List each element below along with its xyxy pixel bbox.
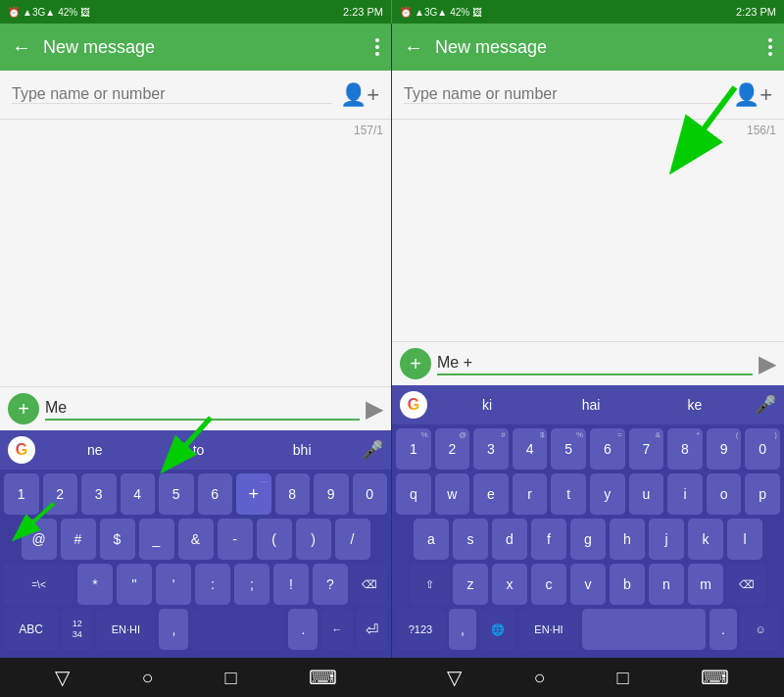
key-open-paren[interactable]: (	[257, 519, 292, 560]
contact-add-icon-left[interactable]: 👤+	[340, 82, 379, 108]
rkey-l[interactable]: l	[727, 519, 762, 560]
key-return[interactable]: ⏎	[357, 609, 387, 650]
message-text-input-left[interactable]	[45, 397, 360, 421]
key-star[interactable]: *	[77, 564, 113, 605]
suggestion-hai[interactable]: hai	[539, 397, 643, 413]
key-1[interactable]: 1	[4, 473, 39, 515]
rkey-v[interactable]: v	[570, 564, 606, 605]
rkey-g[interactable]: g	[570, 519, 606, 560]
key-squote[interactable]: '	[156, 564, 191, 605]
key-semicolon[interactable]: ;	[234, 564, 270, 605]
rkey-q[interactable]: q	[396, 473, 431, 515]
key-ampersand[interactable]: &	[178, 519, 214, 560]
key-question[interactable]: ?	[313, 564, 348, 605]
rkey-7[interactable]: 7&	[629, 428, 664, 470]
nav-recents-right[interactable]: □	[616, 667, 628, 689]
key-slash[interactable]: /	[335, 519, 370, 560]
key-period-left[interactable]: .	[288, 609, 318, 650]
key-en-hi-left[interactable]: EN·HI	[96, 609, 155, 650]
to-input-right[interactable]	[404, 85, 725, 104]
back-button-left[interactable]: ←	[12, 36, 31, 59]
suggestion-ki[interactable]: ki	[435, 397, 539, 413]
rkey-emoji[interactable]: ☺	[741, 609, 780, 650]
rkey-o[interactable]: o	[707, 473, 742, 515]
rkey-s[interactable]: s	[453, 519, 488, 560]
key-backspace-left[interactable]: ⌫	[352, 564, 387, 605]
nav-home-right[interactable]: ○	[533, 667, 545, 689]
rkey-shift[interactable]: ⇧	[410, 564, 449, 605]
rkey-j[interactable]: j	[649, 519, 684, 560]
rkey-z[interactable]: z	[453, 564, 488, 605]
suggestion-ke[interactable]: ke	[643, 397, 747, 413]
suggestion-to[interactable]: to	[147, 442, 251, 458]
key-hash[interactable]: #	[61, 519, 96, 560]
mic-icon-right[interactable]: 🎤	[755, 394, 776, 416]
key-backspace2[interactable]: ←	[321, 609, 352, 650]
add-button-right[interactable]: +	[400, 348, 431, 379]
key-underscore[interactable]: _	[139, 519, 174, 560]
nav-keyboard-left[interactable]: ⌨	[309, 666, 337, 689]
rkey-h[interactable]: h	[610, 519, 645, 560]
rkey-x[interactable]: x	[492, 564, 527, 605]
message-text-input-right[interactable]	[437, 352, 753, 375]
key-dollar[interactable]: $	[100, 519, 135, 560]
key-pipe[interactable]: =\<	[4, 564, 74, 605]
rkey-en-hi-right[interactable]: EN·HI	[519, 609, 578, 650]
more-button-left[interactable]	[375, 38, 379, 56]
key-2[interactable]: 2	[43, 473, 78, 515]
key-9[interactable]: 9	[314, 473, 349, 515]
rkey-5[interactable]: 5%	[551, 428, 586, 470]
send-button-left[interactable]: ▶	[366, 395, 383, 423]
rkey-w[interactable]: w	[435, 473, 470, 515]
nav-recents-left[interactable]: □	[224, 667, 236, 689]
key-3[interactable]: 3	[81, 473, 117, 515]
rkey-d[interactable]: d	[492, 519, 527, 560]
rkey-0[interactable]: 0)	[745, 428, 780, 470]
rkey-6[interactable]: 6=	[590, 428, 625, 470]
send-button-right[interactable]: ▶	[759, 350, 776, 377]
to-input-left[interactable]	[12, 85, 332, 104]
rkey-123[interactable]: ?123	[396, 609, 445, 650]
rkey-backspace[interactable]: ⌫	[727, 564, 766, 605]
rkey-f[interactable]: f	[531, 519, 566, 560]
rkey-m[interactable]: m	[688, 564, 723, 605]
nav-back-right[interactable]: ▽	[447, 666, 462, 689]
key-comma-left[interactable]: ,	[159, 609, 188, 650]
rkey-r[interactable]: r	[513, 473, 548, 515]
more-button-right[interactable]	[768, 38, 772, 56]
key-1234[interactable]: 1234	[62, 609, 92, 650]
key-space-left[interactable]	[192, 609, 284, 650]
rkey-8[interactable]: 8*	[667, 428, 703, 470]
key-colon[interactable]: :	[195, 564, 230, 605]
rkey-a[interactable]: a	[414, 519, 449, 560]
rkey-3[interactable]: 3#	[473, 428, 509, 470]
back-button-right[interactable]: ←	[404, 36, 423, 59]
add-button-left[interactable]: +	[8, 393, 39, 424]
rkey-u[interactable]: u	[629, 473, 664, 515]
key-4[interactable]: 4	[121, 473, 156, 515]
key-at[interactable]: @	[22, 519, 57, 560]
nav-keyboard-right[interactable]: ⌨	[701, 666, 729, 689]
key-6[interactable]: 6	[198, 473, 233, 515]
rkey-p[interactable]: p	[745, 473, 780, 515]
key-dquote[interactable]: "	[117, 564, 152, 605]
rkey-e[interactable]: e	[473, 473, 509, 515]
key-8[interactable]: 8	[275, 473, 311, 515]
rkey-comma-right[interactable]: ,	[449, 609, 476, 650]
rkey-4[interactable]: 4$	[513, 428, 548, 470]
nav-back-left[interactable]: ▽	[55, 666, 70, 689]
rkey-i[interactable]: i	[667, 473, 703, 515]
rkey-globe[interactable]: 🌐	[480, 609, 515, 650]
rkey-n[interactable]: n	[649, 564, 684, 605]
mic-icon-left[interactable]: 🎤	[362, 439, 383, 461]
key-minus[interactable]: -	[218, 519, 253, 560]
rkey-2[interactable]: 2@	[435, 428, 470, 470]
rkey-1[interactable]: 1%	[396, 428, 431, 470]
suggestion-ne[interactable]: ne	[43, 442, 147, 458]
key-exclaim[interactable]: !	[273, 564, 309, 605]
rkey-c[interactable]: c	[531, 564, 566, 605]
key-plus[interactable]: +…	[236, 473, 271, 515]
suggestion-bhi[interactable]: bhi	[250, 442, 354, 458]
key-abc[interactable]: ABC	[4, 609, 58, 650]
rkey-k[interactable]: k	[688, 519, 723, 560]
